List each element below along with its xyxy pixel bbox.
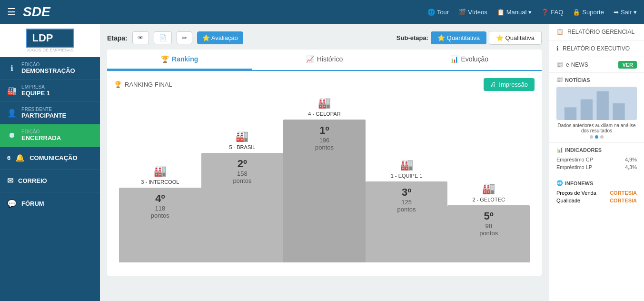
ind-row-cp: Empréstimo CP 4,9% bbox=[556, 157, 637, 162]
hamburger-menu[interactable]: ☰ bbox=[7, 6, 16, 18]
ind-cp-value: 4,9% bbox=[625, 157, 637, 162]
place-num-4: 5º bbox=[484, 210, 494, 222]
team-name-3: 1 - EQUIPE 1 bbox=[391, 173, 423, 179]
sidebar-empresa-value: EQUIPE 1 bbox=[21, 90, 50, 97]
news-image-inner bbox=[556, 87, 637, 120]
infonews-icon: 🌐 bbox=[556, 180, 563, 186]
sidebar-correio-label: CORREIO bbox=[18, 177, 47, 184]
sidebar: LDP JOGOS DE EMPRESAS ℹ EDIÇÃO DEMONSTRA… bbox=[0, 24, 100, 301]
podium-team-3: 🏭 1 - EQUIPE 1 3º 125pontos bbox=[366, 159, 448, 262]
place-num-0: 4º bbox=[155, 192, 165, 205]
sidebar-item-presidente[interactable]: 👤 PRESIDENTE PARTICIPANTE bbox=[0, 102, 100, 124]
team-icon-0: 🏭 bbox=[154, 165, 167, 177]
sidebar-presidente-value: PARTICIPANTE bbox=[21, 112, 66, 119]
ver-button[interactable]: VER bbox=[618, 61, 637, 69]
user-icon: 👤 bbox=[7, 109, 17, 118]
tab-ranking[interactable]: 🏆 Ranking bbox=[107, 50, 252, 70]
tabs-bar: 🏆 Ranking 📈 Histórico 📊 Evolução bbox=[107, 50, 542, 71]
enews-icon: 📰 bbox=[556, 61, 564, 68]
sidebar-empresa-label: EMPRESA bbox=[21, 84, 50, 90]
sidebar-item-edicao-demo[interactable]: ℹ EDIÇÃO DEMONSTRAÇÃO bbox=[0, 57, 100, 80]
sub-btn-quantitativa[interactable]: ⭐ Quantitativa bbox=[431, 31, 486, 44]
info-precos-label: Preços de Venda bbox=[556, 190, 596, 196]
tab-evolucao[interactable]: 📊 Evolução bbox=[397, 50, 542, 70]
circle-icon: ⏺ bbox=[7, 131, 17, 140]
ranking-header: 🏆 RANKING FINAL 🖨 Impressão bbox=[114, 78, 535, 91]
sub-etapa-label: Sub-etapa: bbox=[396, 34, 428, 41]
podium-block-3: 3º 125pontos bbox=[366, 181, 448, 262]
sidebar-logo-subtitle: JOGOS DE EMPRESAS bbox=[26, 48, 73, 52]
info-row-precos: Preços de Venda CORTESIA bbox=[556, 190, 637, 196]
chat-icon: 💬 bbox=[7, 199, 17, 208]
printer-icon: 🖨 bbox=[490, 81, 496, 88]
team-name-2: 4 - GELOPAR bbox=[308, 111, 340, 117]
infonews-title: 🌐 INFONEWS bbox=[556, 180, 637, 186]
podium-block-4: 5º 98pontos bbox=[447, 205, 530, 262]
points-3: 125pontos bbox=[397, 199, 416, 213]
relatorio-gerencial-btn[interactable]: 📋 RELATÓRIO GERENCIAL bbox=[549, 24, 644, 40]
sidebar-edicao2-value: ENCERRADA bbox=[21, 134, 61, 141]
etapa-btn-edit[interactable]: ✏ bbox=[177, 31, 192, 44]
sidebar-edicao-value: DEMONSTRAÇÃO bbox=[21, 67, 75, 74]
nav-suporte[interactable]: 🔒 Suporte bbox=[573, 9, 604, 16]
team-name-4: 2 - GELOTEC bbox=[472, 197, 505, 202]
indicadores-section: 📊 INDICADORES Empréstimo CP 4,9% Emprést… bbox=[549, 143, 644, 176]
sub-btn-qualitativa[interactable]: ⭐ Qualitativa bbox=[489, 31, 542, 45]
ind-row-lp: Empréstimo LP 4,3% bbox=[556, 164, 637, 170]
ind-cp-label: Empréstimo CP bbox=[556, 157, 593, 162]
dot-1[interactable] bbox=[590, 135, 593, 139]
etapa-btn-eye[interactable]: 👁 bbox=[132, 31, 149, 44]
trophy-title-icon: 🏆 bbox=[114, 81, 122, 88]
podium-team-0: 🏭 3 - INTERCOOL 4º 118pontos bbox=[119, 165, 201, 262]
team-icon-3: 🏭 bbox=[400, 159, 413, 171]
info-icon: ℹ bbox=[7, 64, 17, 73]
team-icon-1: 🏭 bbox=[236, 130, 248, 142]
sidebar-item-correio[interactable]: ✉ CORREIO bbox=[0, 170, 100, 192]
sidebar-item-comunicacao[interactable]: 6 🔔 COMUNICAÇÃO bbox=[0, 147, 100, 170]
team-name-0: 3 - INTERCOOL bbox=[141, 179, 179, 185]
nav-links: 🌐 Tour 🎬 Vídeos 📋 Manual ▾ ❓ FAQ 🔒 Supor… bbox=[427, 9, 637, 16]
bar-chart-icon: 📊 bbox=[450, 55, 458, 63]
team-icon-2: 🏭 bbox=[318, 97, 331, 109]
sidebar-item-edicao-encerrada[interactable]: ⏺ EDIÇÃO ENCERRADA bbox=[0, 124, 100, 147]
ind-lp-label: Empréstimo LP bbox=[556, 164, 592, 170]
sidebar-presidente-label: PRESIDENTE bbox=[21, 107, 66, 112]
etapa-btn-avaliacao[interactable]: ⭐ Avaliação bbox=[197, 31, 243, 44]
dot-3[interactable] bbox=[600, 135, 604, 139]
nav-tour[interactable]: 🌐 Tour bbox=[427, 9, 449, 16]
mail-icon: ✉ bbox=[7, 176, 13, 185]
podium-block-1: 2º 158pontos bbox=[201, 153, 284, 262]
place-num-3: 3º bbox=[402, 186, 411, 199]
points-4: 98pontos bbox=[479, 222, 498, 237]
team-icon-4: 🏭 bbox=[482, 182, 495, 195]
carousel-dots bbox=[556, 135, 637, 139]
sub-etapa-area: Sub-etapa: ⭐ Quantitativa ⭐ Qualitativa bbox=[396, 31, 542, 45]
points-1: 158pontos bbox=[233, 170, 251, 184]
nav-videos[interactable]: 🎬 Vídeos bbox=[458, 9, 487, 16]
sidebar-item-forum[interactable]: 💬 FÓRUM bbox=[0, 192, 100, 215]
dot-2[interactable] bbox=[595, 135, 598, 139]
tab-historico[interactable]: 📈 Histórico bbox=[252, 50, 396, 70]
nav-sair[interactable]: ➡ Sair ▾ bbox=[614, 9, 637, 16]
sidebar-item-empresa[interactable]: 🏭 EMPRESA EQUIPE 1 bbox=[0, 80, 100, 102]
sidebar-edicao-label: EDIÇÃO bbox=[21, 62, 75, 67]
podium-team-4: 🏭 2 - GELOTEC 5º 98pontos bbox=[447, 182, 530, 262]
points-2: 196pontos bbox=[315, 137, 334, 151]
relatorio-executivo-btn[interactable]: ℹ RELATÓRIO EXECUTIVO bbox=[549, 40, 644, 57]
noticias-icon: 📰 bbox=[556, 77, 563, 83]
sidebar-forum-label: FÓRUM bbox=[21, 200, 44, 207]
podium-block-2: 1º 196pontos bbox=[283, 120, 366, 262]
etapa-bar: Etapa: 👁 📄 ✏ ⭐ Avaliação Sub-etapa: ⭐ Qu… bbox=[107, 31, 542, 45]
top-nav: ☰ SDE 🌐 Tour 🎬 Vídeos 📋 Manual ▾ ❓ FAQ 🔒… bbox=[0, 0, 644, 24]
trophy-icon: 🏆 bbox=[161, 55, 169, 63]
nav-manual[interactable]: 📋 Manual ▾ bbox=[497, 9, 532, 16]
chart-icon: 📈 bbox=[306, 55, 314, 63]
etapa-label: Etapa: bbox=[107, 34, 128, 42]
nav-faq[interactable]: ❓ FAQ bbox=[541, 9, 563, 16]
podium-team-1: 🏭 5 - BRASIL 2º 158pontos bbox=[201, 130, 284, 262]
sidebar-logo-area: LDP JOGOS DE EMPRESAS bbox=[0, 24, 100, 57]
ind-lp-value: 4,3% bbox=[625, 164, 637, 170]
info-row-qualidade: Qualidade CORTESIA bbox=[556, 198, 637, 203]
etapa-btn-doc[interactable]: 📄 bbox=[154, 31, 172, 44]
print-button[interactable]: 🖨 Impressão bbox=[484, 78, 535, 91]
